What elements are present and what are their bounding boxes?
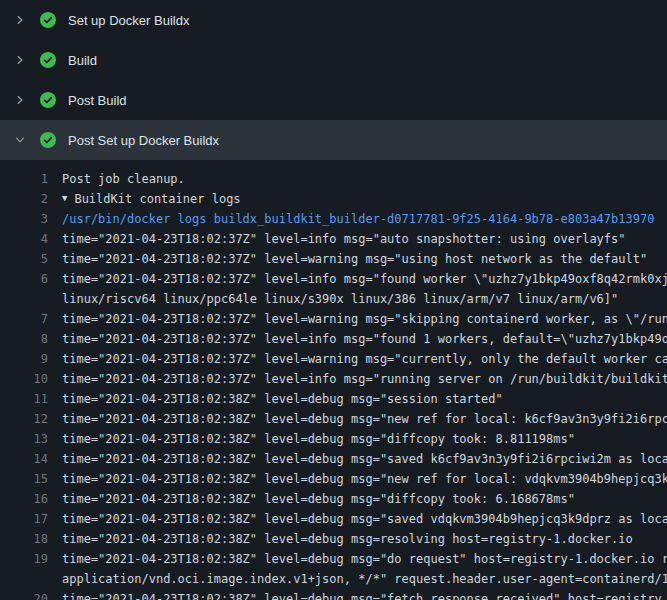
chevron-right-icon[interactable] (14, 54, 26, 66)
chevron-right-icon[interactable] (14, 14, 26, 26)
log-line-number[interactable]: 10 (0, 369, 48, 389)
log-line-text: time="2021-04-23T18:02:37Z" level=info m… (48, 329, 667, 349)
log-line: 15 time="2021-04-23T18:02:38Z" level=deb… (0, 469, 667, 489)
log-line-number[interactable]: 8 (0, 329, 48, 349)
check-circle-icon (40, 132, 56, 148)
log-line-number[interactable]: 7 (0, 309, 48, 329)
log-line-number[interactable]: 2 (0, 189, 48, 209)
log-line: 4 time="2021-04-23T18:02:37Z" level=info… (0, 229, 667, 249)
log-line-number[interactable]: 19 (0, 549, 48, 569)
log-line-text: time="2021-04-23T18:02:38Z" level=debug … (48, 509, 667, 529)
log-line-number[interactable] (0, 289, 48, 309)
step-label: Build (68, 53, 97, 68)
step-header-build[interactable]: Build (0, 40, 667, 80)
log-line-text: /usr/bin/docker logs buildx_buildkit_bui… (48, 209, 654, 229)
log-line: 3 /usr/bin/docker logs buildx_buildkit_b… (0, 209, 667, 229)
log-line-number[interactable]: 15 (0, 469, 48, 489)
log-line-text: time="2021-04-23T18:02:38Z" level=debug … (48, 549, 667, 569)
log-line-text: time="2021-04-23T18:02:37Z" level=warnin… (48, 309, 667, 329)
log-line: application/vnd.oci.image.index.v1+json,… (0, 569, 667, 589)
log-line-number[interactable]: 1 (0, 169, 48, 189)
log-line-text: time="2021-04-23T18:02:37Z" level=warnin… (48, 249, 647, 269)
workflow-log-viewer: Set up Docker Buildx Build P (0, 0, 667, 600)
log-line-number[interactable]: 17 (0, 509, 48, 529)
log-line-number[interactable]: 12 (0, 409, 48, 429)
group-toggle-icon[interactable]: ▼ (62, 189, 67, 208)
log-line: 16 time="2021-04-23T18:02:38Z" level=deb… (0, 489, 667, 509)
log-line-text: time="2021-04-23T18:02:38Z" level=debug … (48, 449, 667, 469)
step-label: Post Set up Docker Buildx (68, 133, 219, 148)
log-line: 14 time="2021-04-23T18:02:38Z" level=deb… (0, 449, 667, 469)
log-line: 1 Post job cleanup. (0, 169, 667, 189)
log-line: 20 time="2021-04-23T18:02:38Z" level=deb… (0, 589, 667, 600)
log-line-text: time="2021-04-23T18:02:37Z" level=warnin… (48, 349, 667, 369)
log-line-text: time="2021-04-23T18:02:38Z" level=debug … (48, 589, 662, 600)
log-line-text: time="2021-04-23T18:02:38Z" level=debug … (48, 409, 667, 429)
step-header-post-set-up-docker-buildx[interactable]: Post Set up Docker Buildx (0, 120, 667, 160)
chevron-down-icon[interactable] (14, 134, 26, 146)
log-line: 11 time="2021-04-23T18:02:38Z" level=deb… (0, 389, 667, 409)
log-line-number[interactable] (0, 569, 48, 589)
log-line-text: time="2021-04-23T18:02:38Z" level=debug … (48, 529, 633, 549)
log-line-number[interactable]: 16 (0, 489, 48, 509)
log-line-text: time="2021-04-23T18:02:38Z" level=debug … (48, 489, 575, 509)
log-line: 12 time="2021-04-23T18:02:38Z" level=deb… (0, 409, 667, 429)
chevron-right-icon[interactable] (14, 94, 26, 106)
log-line-text: time="2021-04-23T18:02:38Z" level=debug … (48, 389, 503, 409)
log-line-text: time="2021-04-23T18:02:37Z" level=info m… (48, 269, 667, 289)
check-circle-icon (40, 52, 56, 68)
log-line-text: linux/riscv64 linux/ppc64le linux/s390x … (48, 289, 618, 309)
log-line: 18 time="2021-04-23T18:02:38Z" level=deb… (0, 529, 667, 549)
log-line-text: time="2021-04-23T18:02:38Z" level=debug … (48, 469, 667, 489)
log-line: 19 time="2021-04-23T18:02:38Z" level=deb… (0, 549, 667, 569)
log-line: 6 time="2021-04-23T18:02:37Z" level=info… (0, 269, 667, 289)
step-label: Set up Docker Buildx (68, 13, 189, 28)
log-line-number[interactable]: 13 (0, 429, 48, 449)
log-line-number[interactable]: 11 (0, 389, 48, 409)
log-line-number[interactable]: 3 (0, 209, 48, 229)
log-line-number[interactable]: 9 (0, 349, 48, 369)
log-line-text: time="2021-04-23T18:02:37Z" level=info m… (48, 369, 667, 389)
check-circle-icon (40, 92, 56, 108)
log-line: 13 time="2021-04-23T18:02:38Z" level=deb… (0, 429, 667, 449)
step-header-set-up-docker-buildx[interactable]: Set up Docker Buildx (0, 0, 667, 40)
log-line-text: ▼BuildKit container logs (48, 189, 241, 209)
log-line-number[interactable]: 4 (0, 229, 48, 249)
log-line: 17 time="2021-04-23T18:02:38Z" level=deb… (0, 509, 667, 529)
steps-list: Set up Docker Buildx Build P (0, 0, 667, 160)
log-line-number[interactable]: 18 (0, 529, 48, 549)
check-circle-icon (40, 12, 56, 28)
log-line-text: time="2021-04-23T18:02:38Z" level=debug … (48, 429, 575, 449)
log-line: 10 time="2021-04-23T18:02:37Z" level=inf… (0, 369, 667, 389)
step-header-post-build[interactable]: Post Build (0, 80, 667, 120)
log-line-number[interactable]: 6 (0, 269, 48, 289)
log-line: linux/riscv64 linux/ppc64le linux/s390x … (0, 289, 667, 309)
group-title[interactable]: BuildKit container logs (74, 189, 240, 209)
log-line-number[interactable]: 5 (0, 249, 48, 269)
log-line: 8 time="2021-04-23T18:02:37Z" level=info… (0, 329, 667, 349)
log-line-number[interactable]: 14 (0, 449, 48, 469)
log-line: 2 ▼BuildKit container logs (0, 189, 667, 209)
log-line: 7 time="2021-04-23T18:02:37Z" level=warn… (0, 309, 667, 329)
log-line-text: time="2021-04-23T18:02:37Z" level=info m… (48, 229, 626, 249)
log-line: 5 time="2021-04-23T18:02:37Z" level=warn… (0, 249, 667, 269)
log-line-number[interactable]: 20 (0, 589, 48, 600)
log-lines: 1 Post job cleanup. 2 ▼BuildKit containe… (0, 160, 667, 600)
log-line-text: application/vnd.oci.image.index.v1+json,… (48, 569, 667, 589)
log-line-text: Post job cleanup. (48, 169, 185, 189)
log-line: 9 time="2021-04-23T18:02:37Z" level=warn… (0, 349, 667, 369)
step-label: Post Build (68, 93, 127, 108)
